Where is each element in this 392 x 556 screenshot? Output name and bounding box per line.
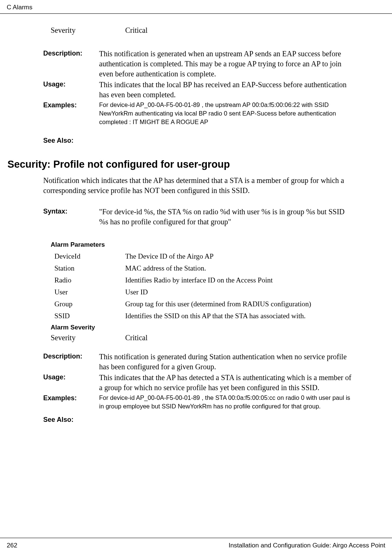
param-name: Station [54,264,125,272]
param-name: User [54,288,125,296]
severity-value: Critical [125,334,353,342]
examples-text: For device-id AP_00-0A-F5-00-01-89 , the… [99,101,353,126]
footer-rule [0,538,392,538]
table-row: Station MAC address of the Station. [43,264,353,272]
description-label: Description: [43,352,99,372]
table-row: SSID Identifies the SSID on this AP that… [43,312,353,320]
syntax-row: Syntax: "For device-id %s, the STA %s on… [43,207,353,227]
severity-value: Critical [125,26,353,35]
usage-row: Usage: This indicates that the AP has de… [43,373,353,393]
table-row: DeviceId The Device ID of the Airgo AP [43,252,353,260]
alarm-severity-header: Alarm Severity [43,324,353,331]
param-name: DeviceId [54,252,125,260]
usage-text: This indicates that the AP has detected … [99,373,353,393]
param-desc: The Device ID of the Airgo AP [125,252,353,260]
severity-label: Severity [51,26,125,35]
description-label: Description: [43,49,99,79]
section-intro: Notification which indicates that the AP… [43,176,353,196]
book-title: Installation and Configuration Guide: Ai… [228,542,385,549]
description-row: Description: This notification is genera… [43,49,353,79]
severity-label: Severity [51,334,125,342]
usage-text: This indicates that the local BP has rec… [99,80,353,100]
page: C Alarms Severity Critical Description: … [0,0,392,556]
table-row: User User ID [43,288,353,296]
see-also-row: See Also: [43,136,353,145]
param-desc: Identifies the SSID on this AP that the … [125,312,353,320]
content-area: Severity Critical Description: This noti… [0,26,392,424]
examples-text: For device-id AP_00-0A-F5-00-01-89 , the… [99,394,353,411]
description-row: Description: This notification is genera… [43,352,353,372]
examples-label: Examples: [43,101,99,126]
examples-label: Examples: [43,394,99,411]
examples-row: Examples: For device-id AP_00-0A-F5-00-0… [43,394,353,411]
severity-row-section: Severity Critical [43,334,353,342]
param-desc: MAC address of the Station. [125,264,353,272]
see-also-text [99,136,353,145]
page-number: 262 [7,542,17,549]
examples-row: Examples: For device-id AP_00-0A-F5-00-0… [43,101,353,126]
section-heading: Security: Profile not configured for use… [4,159,353,170]
page-footer: 262 Installation and Configuration Guide… [0,542,392,549]
chapter-label: C Alarms [7,4,32,11]
table-row: Radio Identifies Radio by interface ID o… [43,276,353,284]
page-header: C Alarms [0,4,392,11]
usage-label: Usage: [43,373,99,393]
header-rule [0,13,392,14]
description-text: This notification is generated during St… [99,352,353,372]
table-row: Group Group tag for this user (determine… [43,300,353,308]
see-also-text [99,415,353,424]
severity-row-top: Severity Critical [43,26,353,35]
param-name: Radio [54,276,125,284]
see-also-label: See Also: [43,415,99,424]
usage-row: Usage: This indicates that the local BP … [43,80,353,100]
usage-label: Usage: [43,80,99,100]
syntax-label: Syntax: [43,207,99,227]
param-desc: Group tag for this user (determined from… [125,300,353,308]
param-desc: Identifies Radio by interface ID on the … [125,276,353,284]
alarm-parameters-header: Alarm Parameters [43,241,353,249]
see-also-row: See Also: [43,415,353,424]
param-name: Group [54,300,125,308]
param-name: SSID [54,312,125,320]
syntax-text: "For device-id %s, the STA %s on radio %… [99,207,353,227]
see-also-label: See Also: [43,136,99,145]
description-text: This notification is generated when an u… [99,49,353,79]
param-desc: User ID [125,288,353,296]
